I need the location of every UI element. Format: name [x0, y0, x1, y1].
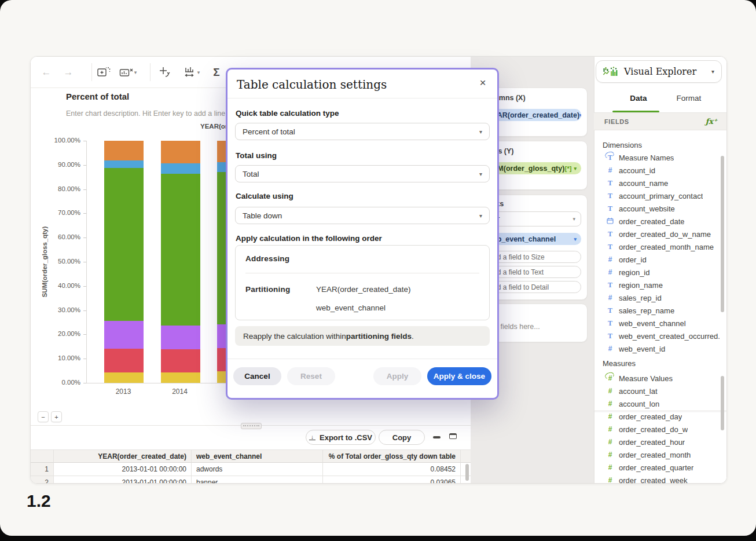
y-tick-label: 90.00%	[32, 161, 80, 168]
tab-data[interactable]: Data	[621, 94, 656, 103]
measures-scrollbar[interactable]	[721, 376, 724, 430]
y-tick-mark	[83, 189, 86, 190]
field-item-web-event-created-occurred-[interactable]: Tweb_event_created_occurred...	[606, 330, 720, 342]
field-item-order-created-date[interactable]: order_created_date	[606, 215, 720, 227]
field-item-order-created-do-w[interactable]: #order_created_do_w	[606, 423, 720, 435]
chevron-down-icon[interactable]: ▾	[574, 236, 577, 242]
export-csv-button[interactable]: ↓ Export to .CSV	[306, 430, 376, 445]
field-item-web-event-id[interactable]: #web_event_id	[606, 343, 720, 354]
sigma-icon[interactable]: Σ	[209, 65, 224, 80]
calculate-using-label: Calculate using	[236, 192, 293, 200]
cancel-button[interactable]: Cancel	[233, 367, 281, 385]
undo-back-icon[interactable]: ←	[39, 65, 54, 80]
y-tick-mark	[83, 286, 86, 287]
quick-calc-select[interactable]: Percent of total ▾	[235, 123, 490, 140]
field-item-order-created-day[interactable]: #order_created_day	[606, 411, 720, 422]
field-item-account-website[interactable]: Taccount_website	[606, 203, 720, 214]
field-item-order-created-week[interactable]: #order_created_week	[606, 474, 720, 484]
tab-format[interactable]: Format	[670, 94, 707, 103]
app-canvas: ← → ▾	[0, 0, 756, 536]
addressing-partitioning-divider	[245, 273, 479, 273]
stacked-bar-2013[interactable]	[104, 141, 144, 383]
dimensions-label: Dimensions	[603, 141, 642, 149]
calculate-using-select[interactable]: Table down ▾	[235, 207, 490, 224]
y-tick-label: 30.00%	[32, 306, 80, 313]
apply-button[interactable]: Apply	[373, 367, 421, 385]
segment-blue[interactable]	[161, 163, 200, 174]
field-item-account-lon[interactable]: #account_lon	[606, 398, 720, 410]
field-item-account-name[interactable]: Taccount_name	[606, 177, 720, 189]
field-label: sales_rep_id	[619, 294, 662, 302]
field-label: order_created_week	[619, 476, 688, 484]
field-item-region-name[interactable]: Tregion_name	[606, 279, 720, 291]
segment-orange[interactable]	[104, 141, 144, 160]
chevron-down-icon: ▾	[134, 70, 137, 75]
expand-panel-icon[interactable]	[449, 433, 457, 439]
field-label: account_primary_contact	[619, 192, 703, 200]
swap-axes-icon[interactable]	[157, 65, 172, 80]
segment-orange[interactable]	[161, 141, 200, 163]
zoom-in-button[interactable]: +	[51, 411, 62, 422]
y-tick-mark	[83, 310, 86, 311]
calculate-using-value: Table down	[243, 211, 282, 220]
segment-purple[interactable]	[161, 326, 200, 350]
chevron-down-icon[interactable]: ▾	[579, 112, 581, 118]
segment-yellow[interactable]	[104, 372, 144, 383]
note-bold-text: partitioning fields	[346, 332, 412, 341]
field-item-order-id[interactable]: #order_id	[606, 254, 720, 265]
total-using-select[interactable]: Total ▾	[235, 165, 490, 182]
field-item-web-event-channel[interactable]: Tweb_event_channel	[606, 317, 720, 329]
toolbar-divider	[91, 63, 92, 81]
chevron-down-icon[interactable]: ▾	[574, 166, 577, 171]
y-tick-mark	[83, 383, 86, 383]
segment-blue[interactable]	[104, 160, 144, 168]
field-item-order-created-month[interactable]: #order_created_month	[606, 449, 720, 460]
y-tick-label: 20.00%	[32, 330, 80, 337]
y-tick-label: 70.00%	[32, 209, 80, 216]
field-label: order_created_do_w_name	[619, 230, 711, 239]
redo-forward-icon[interactable]: →	[61, 65, 76, 80]
apply-close-button[interactable]: Apply & close	[427, 367, 491, 385]
stacked-bar-2014[interactable]	[161, 141, 200, 383]
version-label: 1.2	[27, 491, 51, 511]
toolbar-divider	[150, 63, 151, 81]
field-item-sales-rep-name[interactable]: Tsales_rep_name	[606, 305, 720, 316]
chart-title[interactable]: Percent of total	[66, 92, 129, 101]
bar-settings-icon[interactable]: ▾	[180, 65, 203, 80]
field-item-measure-values[interactable]: #Measure Values	[606, 372, 720, 384]
visual-explorer-selector[interactable]: Visual Explorer ▾	[596, 60, 722, 83]
reset-button[interactable]: Reset	[287, 367, 335, 385]
field-item-order-created-do-w-name[interactable]: Torder_created_do_w_name	[606, 228, 720, 240]
resize-grip[interactable]	[241, 423, 262, 429]
table-row[interactable]: 22013-01-01 00:00:00banner0.03065	[31, 476, 471, 484]
segment-green[interactable]	[161, 174, 200, 326]
segment-yellow[interactable]	[161, 372, 200, 383]
chart-description-placeholder[interactable]: Enter chart description. Hit Enter key t…	[66, 109, 225, 118]
field-item-measure-names[interactable]: TMeasure Names	[606, 152, 720, 163]
field-item-sales-rep-id[interactable]: #sales_rep_id	[606, 292, 720, 304]
table-row[interactable]: 12013-01-01 00:00:00adwords0.08452	[31, 463, 471, 476]
segment-green[interactable]	[104, 168, 144, 321]
field-item-account-primary-contact[interactable]: Taccount_primary_contact	[606, 190, 720, 202]
field-item-order-created-quarter[interactable]: #order_created_quarter	[606, 462, 720, 473]
segment-red[interactable]	[161, 349, 200, 372]
remove-chart-icon[interactable]: ▾	[117, 65, 139, 80]
segment-purple[interactable]	[104, 321, 144, 349]
close-icon[interactable]: ×	[476, 76, 489, 89]
copy-label: Copy	[392, 433, 412, 442]
field-item-account-lat[interactable]: #account_lat	[606, 385, 720, 397]
field-label: account_id	[619, 166, 655, 175]
field-item-order-created-hour[interactable]: #order_created_hour	[606, 436, 720, 448]
add-chart-icon[interactable]	[96, 65, 111, 80]
field-item-order-created-month-name[interactable]: Torder_created_month_name	[606, 241, 720, 253]
add-formula-icon[interactable]: ƒx⁺	[706, 117, 717, 126]
text-field-icon: T	[606, 230, 614, 239]
field-item-account-id[interactable]: #account_id	[606, 165, 720, 176]
table-scrollbar[interactable]	[465, 464, 469, 481]
segment-red[interactable]	[104, 349, 144, 373]
field-item-region-id[interactable]: #region_id	[606, 266, 720, 278]
collapse-panel-icon[interactable]	[433, 436, 441, 438]
copy-button[interactable]: Copy	[379, 430, 425, 445]
dimensions-scrollbar[interactable]	[721, 156, 724, 312]
zoom-out-button[interactable]: −	[38, 411, 49, 422]
